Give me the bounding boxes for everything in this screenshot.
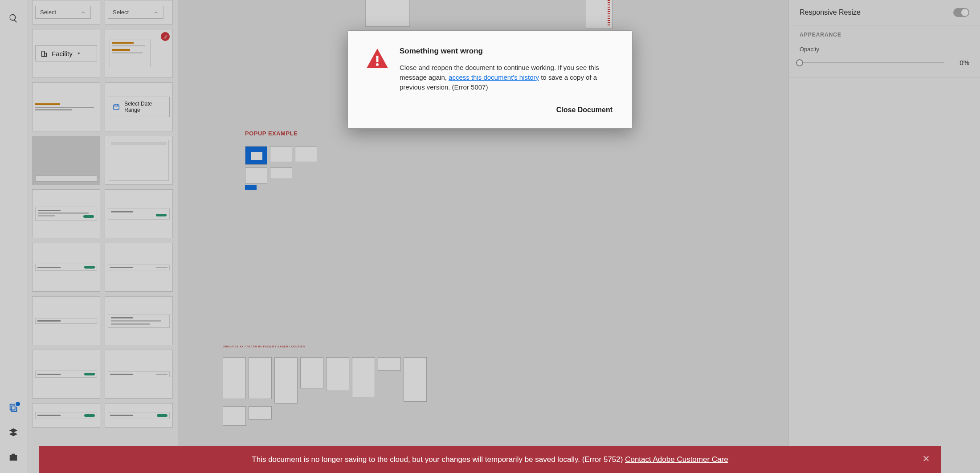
svg-point-2 (376, 63, 379, 66)
modal-text: Close and reopen the document to continu… (400, 63, 614, 92)
error-banner-link[interactable]: Contact Adobe Customer Care (625, 455, 728, 464)
svg-rect-1 (376, 56, 379, 62)
close-icon[interactable] (922, 455, 930, 465)
close-document-button[interactable]: Close Document (555, 103, 614, 117)
error-modal: Something went wrong Close and reopen th… (347, 30, 633, 129)
modal-title: Something went wrong (400, 47, 614, 56)
error-banner-text: This document is no longer saving to the… (252, 455, 625, 464)
error-banner: This document is no longer saving to the… (39, 446, 941, 473)
warning-icon (366, 47, 389, 92)
modal-history-link[interactable]: access this document's history (449, 73, 539, 81)
